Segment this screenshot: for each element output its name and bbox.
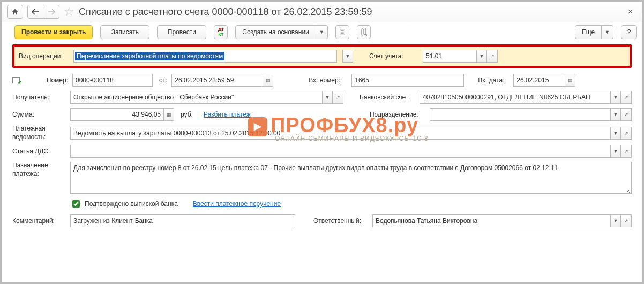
responsible-label: Ответственный:: [313, 217, 368, 225]
dept-open-icon[interactable]: ↗: [621, 108, 632, 121]
bank-account-field[interactable]: [420, 91, 610, 104]
create-based-button[interactable]: Создать на основании: [235, 25, 316, 39]
operation-type-label: Вид операции:: [19, 52, 68, 60]
sum-field[interactable]: [70, 108, 163, 121]
dds-row: Статья ДДС: ▼ ↗: [12, 144, 632, 158]
bank-account-label: Банковский счет:: [360, 94, 415, 101]
dept-label: Подразделение:: [370, 111, 425, 118]
in-date-calendar-icon[interactable]: ▤: [565, 74, 575, 87]
responsible-dropdown-icon[interactable]: ▼: [610, 214, 621, 227]
date-field[interactable]: [171, 74, 263, 87]
recipient-label: Получатель:: [12, 94, 66, 101]
responsible-field[interactable]: [372, 214, 610, 227]
account-field[interactable]: [423, 50, 476, 63]
more-group: Еще ▼: [575, 25, 613, 39]
from-label: от:: [159, 76, 167, 84]
in-date-field[interactable]: [513, 74, 565, 87]
create-based-dropdown[interactable]: ▼: [316, 25, 328, 39]
more-dropdown[interactable]: ▼: [602, 25, 613, 39]
more-button[interactable]: Еще: [575, 25, 602, 39]
operation-type-row: Вид операции: Перечисление заработной пл…: [12, 44, 632, 68]
favorite-star-icon[interactable]: ☆: [64, 5, 74, 19]
in-date-label: Вх. дата:: [478, 76, 509, 84]
payroll-open-icon[interactable]: ↗: [621, 127, 632, 140]
purpose-label: Назначениеплатежа:: [12, 162, 66, 178]
split-payment-link[interactable]: Разбить платеж: [204, 111, 251, 118]
payroll-label: Платежнаяведомость:: [12, 125, 66, 141]
operation-type-field[interactable]: Перечисление заработной платы по ведомос…: [73, 50, 337, 63]
nav-group: [27, 5, 59, 19]
date-calendar-icon[interactable]: ▤: [263, 74, 273, 87]
dds-dropdown-icon[interactable]: ▼: [610, 145, 621, 158]
submit-close-button[interactable]: Провести и закрыть: [14, 25, 93, 39]
dds-field[interactable]: [70, 145, 610, 158]
enter-payment-order-link[interactable]: Ввести платежное поручение: [193, 200, 281, 208]
status-posted-icon: [12, 76, 22, 85]
purpose-field[interactable]: [70, 162, 632, 194]
sum-calc-icon[interactable]: ▦: [163, 108, 174, 121]
create-based-group: Создать на основании ▼: [235, 25, 327, 39]
payroll-dropdown-icon[interactable]: ▼: [610, 127, 621, 140]
in-number-field[interactable]: [351, 74, 464, 87]
form: Вид операции: Перечисление заработной пл…: [2, 44, 642, 236]
account-label: Счет учета:: [369, 52, 417, 60]
comment-field[interactable]: [70, 214, 295, 227]
attachment-icon-button[interactable]: [357, 25, 371, 39]
operation-type-value: Перечисление заработной платы по ведомос…: [75, 52, 224, 60]
operation-type-dropdown-icon[interactable]: ▼: [342, 50, 353, 63]
close-button[interactable]: ×: [624, 5, 637, 19]
number-field[interactable]: [72, 74, 153, 87]
print-icon-button[interactable]: [335, 25, 349, 39]
dept-dropdown-icon[interactable]: ▼: [610, 108, 621, 121]
home-button[interactable]: [7, 5, 23, 19]
account-dropdown-icon[interactable]: ▼: [476, 50, 487, 63]
comment-label: Комментарий:: [12, 217, 66, 225]
number-label: Номер:: [26, 76, 68, 84]
payroll-row: Платежнаяведомость: ▼ ↗: [12, 125, 632, 141]
number-row: Номер: от: ▤ Вх. номер: Вх. дата: ▤: [12, 73, 632, 87]
dds-label: Статья ДДС:: [12, 148, 66, 155]
sum-unit: руб.: [181, 111, 193, 118]
bank-account-dropdown-icon[interactable]: ▼: [610, 91, 621, 104]
responsible-open-icon[interactable]: ↗: [621, 214, 632, 227]
recipient-open-icon[interactable]: ↗: [333, 91, 343, 104]
forward-button[interactable]: [43, 5, 59, 19]
confirm-row: Подтверждено выпиской банка Ввести плате…: [12, 197, 632, 211]
recipient-row: Получатель: ▼ ↗ Банковский счет: ▼ ↗: [12, 90, 632, 104]
dept-field[interactable]: [430, 108, 610, 121]
back-button[interactable]: [27, 5, 43, 19]
recipient-field[interactable]: [70, 91, 322, 104]
confirmed-check-input[interactable]: [72, 200, 80, 208]
account-field-group: ▼ ↗: [423, 50, 498, 63]
toolbar: Провести и закрыть Записать Провести Дт …: [2, 22, 642, 44]
save-button[interactable]: Записать: [100, 25, 149, 39]
dds-open-icon[interactable]: ↗: [621, 145, 632, 158]
confirmed-label: Подтверждено выпиской банка: [85, 200, 178, 208]
posting-status-icon[interactable]: Дт Кт: [214, 25, 228, 39]
confirmed-checkbox[interactable]: Подтверждено выпиской банка: [70, 198, 178, 209]
comment-row: Комментарий: Ответственный: ▼ ↗: [12, 214, 632, 228]
sum-label: Сумма:: [12, 111, 66, 118]
purpose-row: Назначениеплатежа:: [12, 162, 632, 194]
account-open-icon[interactable]: ↗: [487, 50, 498, 63]
recipient-dropdown-icon[interactable]: ▼: [322, 91, 333, 104]
in-number-label: Вх. номер:: [309, 76, 347, 84]
payroll-field[interactable]: [70, 127, 610, 140]
page-title: Списание с расчетного счета 0000-000118 …: [79, 6, 372, 18]
submit-button[interactable]: Провести: [157, 25, 206, 39]
titlebar: ☆ Списание с расчетного счета 0000-00011…: [2, 2, 642, 22]
window: ☆ Списание с расчетного счета 0000-00011…: [0, 0, 644, 284]
help-button[interactable]: ?: [621, 25, 637, 39]
bank-account-open-icon[interactable]: ↗: [621, 91, 632, 104]
sum-row: Сумма: ▦ руб. Разбить платеж Подразделен…: [12, 108, 632, 121]
